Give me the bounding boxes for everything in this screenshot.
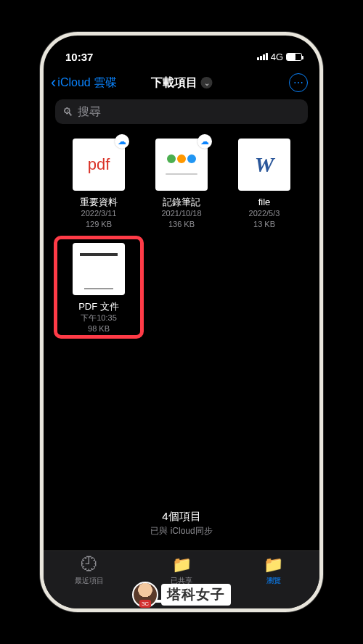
sync-status: 已與 iCloud同步 <box>44 525 319 537</box>
tab-recent[interactable]: 🕘︎ 最近項目 <box>44 556 136 608</box>
file-date: 2021/10/18 <box>161 208 201 219</box>
watermark-avatar-icon: 3C <box>132 582 158 608</box>
file-size: 98 KB <box>88 323 110 334</box>
folder-icon: 📁 <box>264 556 283 574</box>
file-size: 129 KB <box>86 219 112 230</box>
file-size: 13 KB <box>253 219 275 230</box>
phone-frame: 10:37 4G ‹ iCloud 雲碟 下載項目 ⌄ ⋯ 🔍︎ 搜尋 pdf … <box>40 32 323 612</box>
signal-icon <box>257 53 268 60</box>
file-date: 下午10:35 <box>81 313 117 323</box>
watermark-text: 塔科女子 <box>161 584 231 606</box>
file-thumbnail: pdf ☁︎ <box>73 139 125 191</box>
file-name: file <box>258 197 271 208</box>
back-button[interactable]: ‹ iCloud 雲碟 <box>51 73 117 92</box>
chevron-left-icon: ‹ <box>51 73 56 92</box>
watermark-badge: 3C <box>139 600 151 608</box>
more-options-button[interactable]: ⋯ <box>289 73 308 92</box>
file-name: PDF 文件 <box>78 301 119 313</box>
search-icon: 🔍︎ <box>62 106 73 118</box>
file-size: 136 KB <box>168 219 195 230</box>
watermark: 3C 塔科女子 <box>132 582 231 608</box>
tab-label: 最近項目 <box>75 576 104 586</box>
notch <box>123 36 240 56</box>
navigation-bar: ‹ iCloud 雲碟 下載項目 ⌄ ⋯ <box>44 67 319 96</box>
status-time: 10:37 <box>65 51 93 63</box>
shared-folder-icon: 📁 <box>172 556 192 574</box>
clock-icon: 🕘︎ <box>81 556 97 574</box>
file-item-highlighted[interactable]: PDF 文件 下午10:35 98 KB <box>61 243 136 334</box>
file-thumbnail: ☁︎ <box>155 139 208 191</box>
file-item[interactable]: pdf ☁︎ 重要資料 2022/3/11 129 KB <box>61 139 136 230</box>
footer-info: 4個項目 已與 iCloud同步 <box>44 510 319 537</box>
file-item[interactable]: ☁︎ 記錄筆記 2021/10/18 136 KB <box>144 139 219 230</box>
page-title[interactable]: 下載項目 ⌄ <box>151 75 213 91</box>
cloud-download-icon: ☁︎ <box>197 134 212 149</box>
tab-browse[interactable]: 📁 瀏覽 <box>227 556 319 608</box>
tab-label: 瀏覽 <box>266 576 281 586</box>
search-placeholder: 搜尋 <box>78 104 101 120</box>
back-label: iCloud 雲碟 <box>57 75 117 91</box>
file-thumbnail: W <box>238 139 290 191</box>
file-date: 2022/5/3 <box>249 208 280 219</box>
search-input[interactable]: 🔍︎ 搜尋 <box>55 99 308 124</box>
battery-icon <box>286 53 302 61</box>
file-name: 重要資料 <box>80 197 118 208</box>
status-indicators: 4G <box>257 51 302 62</box>
file-name: 記錄筆記 <box>163 197 200 208</box>
file-item[interactable]: W file 2022/5/3 13 KB <box>227 139 302 230</box>
file-grid: pdf ☁︎ 重要資料 2022/3/11 129 KB ☁︎ 記錄筆記 202… <box>44 134 319 335</box>
network-label: 4G <box>271 51 283 62</box>
item-count: 4個項目 <box>44 510 319 524</box>
file-thumbnail <box>73 243 125 295</box>
file-date: 2022/3/11 <box>81 208 117 219</box>
cloud-download-icon: ☁︎ <box>115 134 129 149</box>
chevron-down-icon: ⌄ <box>201 77 213 88</box>
ellipsis-icon: ⋯ <box>293 77 304 88</box>
